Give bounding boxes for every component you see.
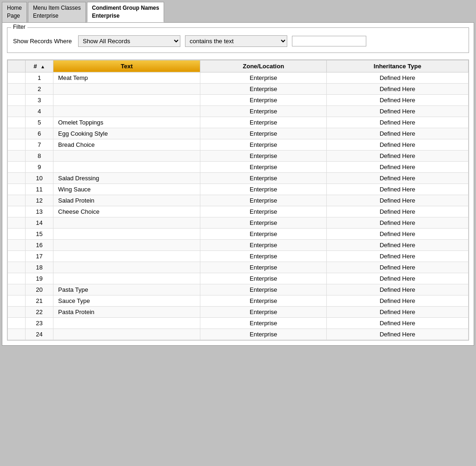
row-text bbox=[53, 317, 200, 328]
table-row[interactable]: 17 Enterprise Defined Here bbox=[8, 250, 469, 262]
row-check bbox=[8, 217, 26, 228]
row-text bbox=[53, 328, 200, 340]
row-num: 13 bbox=[26, 206, 53, 217]
row-check bbox=[8, 273, 26, 284]
row-check bbox=[8, 72, 26, 83]
table-row[interactable]: 7 Bread Choice Enterprise Defined Here bbox=[8, 139, 469, 150]
row-num: 8 bbox=[26, 150, 53, 161]
row-zone: Enterprise bbox=[200, 317, 327, 328]
row-zone: Enterprise bbox=[200, 295, 327, 306]
table-row[interactable]: 5 Omelet Toppings Enterprise Defined Her… bbox=[8, 117, 469, 128]
col-header-num[interactable]: # ▲ bbox=[26, 60, 53, 72]
row-inheritance: Defined Here bbox=[327, 105, 469, 117]
row-inheritance: Defined Here bbox=[327, 161, 469, 172]
row-inheritance: Defined Here bbox=[327, 328, 469, 340]
col-header-zone[interactable]: Zone/Location bbox=[200, 60, 327, 72]
row-check bbox=[8, 105, 26, 117]
row-check bbox=[8, 206, 26, 217]
table-row[interactable]: 14 Enterprise Defined Here bbox=[8, 217, 469, 228]
row-inheritance: Defined Here bbox=[327, 72, 469, 83]
row-zone: Enterprise bbox=[200, 273, 327, 284]
row-inheritance: Defined Here bbox=[327, 172, 469, 184]
filter-legend: Filter bbox=[11, 24, 27, 30]
row-check bbox=[8, 328, 26, 340]
table-row[interactable]: 9 Enterprise Defined Here bbox=[8, 161, 469, 172]
col-header-inheritance[interactable]: Inheritance Type bbox=[327, 60, 469, 72]
data-table: # ▲ Text Zone/Location Inheritance Type … bbox=[7, 60, 469, 340]
row-num: 23 bbox=[26, 317, 53, 328]
row-num: 9 bbox=[26, 161, 53, 172]
table-row[interactable]: 2 Enterprise Defined Here bbox=[8, 83, 469, 94]
row-check bbox=[8, 295, 26, 306]
row-num: 12 bbox=[26, 195, 53, 206]
row-inheritance: Defined Here bbox=[327, 150, 469, 161]
filter-label: Show Records Where bbox=[13, 38, 73, 45]
row-check bbox=[8, 128, 26, 139]
contains-text-dropdown[interactable]: contains the textstarts withends withequ… bbox=[185, 35, 287, 47]
tab-label-line1: Home bbox=[7, 4, 22, 12]
tab-label-line1: Menu Item Classes bbox=[33, 4, 81, 12]
table-row[interactable]: 12 Salad Protein Enterprise Defined Here bbox=[8, 195, 469, 206]
filter-text-input[interactable] bbox=[292, 36, 366, 46]
table-container: # ▲ Text Zone/Location Inheritance Type … bbox=[7, 59, 469, 341]
tab-condiment-group-names[interactable]: Condiment Group NamesEnterprise bbox=[87, 2, 165, 22]
tab-home[interactable]: HomePage bbox=[2, 2, 27, 22]
table-row[interactable]: 22 Pasta Protein Enterprise Defined Here bbox=[8, 306, 469, 317]
row-text: Egg Cooking Style bbox=[53, 128, 200, 139]
row-num: 1 bbox=[26, 72, 53, 83]
row-zone: Enterprise bbox=[200, 217, 327, 228]
row-check bbox=[8, 306, 26, 317]
row-text: Sauce Type bbox=[53, 295, 200, 306]
table-row[interactable]: 24 Enterprise Defined Here bbox=[8, 328, 469, 340]
table-row[interactable]: 1 Meat Temp Enterprise Defined Here bbox=[8, 72, 469, 83]
row-num: 6 bbox=[26, 128, 53, 139]
table-row[interactable]: 11 Wing Sauce Enterprise Defined Here bbox=[8, 184, 469, 195]
row-num: 7 bbox=[26, 139, 53, 150]
table-row[interactable]: 3 Enterprise Defined Here bbox=[8, 94, 469, 105]
row-zone: Enterprise bbox=[200, 195, 327, 206]
row-zone: Enterprise bbox=[200, 284, 327, 295]
table-row[interactable]: 13 Cheese Choice Enterprise Defined Here bbox=[8, 206, 469, 217]
row-zone: Enterprise bbox=[200, 150, 327, 161]
row-zone: Enterprise bbox=[200, 172, 327, 184]
row-num: 3 bbox=[26, 94, 53, 105]
row-text: Salad Dressing bbox=[53, 172, 200, 184]
table-row[interactable]: 10 Salad Dressing Enterprise Defined Her… bbox=[8, 172, 469, 184]
row-check bbox=[8, 117, 26, 128]
row-check bbox=[8, 228, 26, 239]
tab-bar: HomePageMenu Item ClassesEnterpriseCondi… bbox=[0, 0, 476, 22]
row-num: 21 bbox=[26, 295, 53, 306]
row-zone: Enterprise bbox=[200, 72, 327, 83]
table-row[interactable]: 15 Enterprise Defined Here bbox=[8, 228, 469, 239]
show-records-dropdown[interactable]: Show All RecordsShow Active RecordsShow … bbox=[78, 35, 180, 47]
row-zone: Enterprise bbox=[200, 161, 327, 172]
row-text bbox=[53, 94, 200, 105]
row-check bbox=[8, 184, 26, 195]
row-inheritance: Defined Here bbox=[327, 128, 469, 139]
row-check bbox=[8, 161, 26, 172]
table-row[interactable]: 21 Sauce Type Enterprise Defined Here bbox=[8, 295, 469, 306]
row-inheritance: Defined Here bbox=[327, 184, 469, 195]
row-inheritance: Defined Here bbox=[327, 239, 469, 250]
table-row[interactable]: 18 Enterprise Defined Here bbox=[8, 262, 469, 273]
row-zone: Enterprise bbox=[200, 206, 327, 217]
row-inheritance: Defined Here bbox=[327, 217, 469, 228]
sort-arrow-num: ▲ bbox=[40, 64, 45, 69]
table-row[interactable]: 23 Enterprise Defined Here bbox=[8, 317, 469, 328]
filter-row: Show Records Where Show All RecordsShow … bbox=[13, 35, 463, 47]
table-row[interactable]: 20 Pasta Type Enterprise Defined Here bbox=[8, 284, 469, 295]
table-row[interactable]: 4 Enterprise Defined Here bbox=[8, 105, 469, 117]
row-text: Salad Protein bbox=[53, 195, 200, 206]
row-check bbox=[8, 250, 26, 262]
col-header-text[interactable]: Text bbox=[53, 60, 200, 72]
table-row[interactable]: 6 Egg Cooking Style Enterprise Defined H… bbox=[8, 128, 469, 139]
table-row[interactable]: 8 Enterprise Defined Here bbox=[8, 150, 469, 161]
table-row[interactable]: 19 Enterprise Defined Here bbox=[8, 273, 469, 284]
row-zone: Enterprise bbox=[200, 83, 327, 94]
row-zone: Enterprise bbox=[200, 306, 327, 317]
tab-menu-item-classes[interactable]: Menu Item ClassesEnterprise bbox=[28, 2, 86, 22]
tab-label-line1: Condiment Group Names bbox=[92, 4, 159, 12]
table-row[interactable]: 16 Enterprise Defined Here bbox=[8, 239, 469, 250]
row-inheritance: Defined Here bbox=[327, 273, 469, 284]
row-zone: Enterprise bbox=[200, 184, 327, 195]
